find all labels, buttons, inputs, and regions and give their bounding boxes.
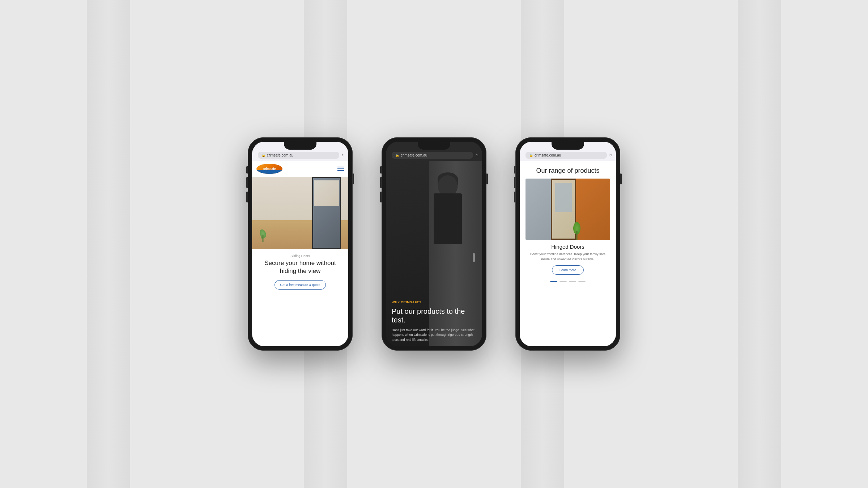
phone-1-screen: 🔒 crimsafe.com.au ↻ crimsafe — [252, 142, 348, 346]
phone-2-power-btn — [486, 174, 488, 184]
phone-1-lock-icon: 🔒 — [261, 154, 265, 157]
main-scene: 🔒 crimsafe.com.au ↻ crimsafe — [0, 0, 868, 488]
phone-3-lock-icon: 🔒 — [529, 154, 533, 157]
phone-3-product-section: Hinged Doors Boost your frontline defenc… — [520, 240, 616, 278]
hamburger-line-3 — [337, 170, 344, 171]
door-glass-panel — [555, 183, 572, 212]
phone-3: 🔒 crimsafe.com.au ↻ Our range of product… — [515, 137, 620, 351]
person-body — [434, 193, 462, 244]
phone-3-vol-up-btn — [514, 177, 515, 188]
pagination-dot-4[interactable] — [578, 281, 586, 282]
phone-3-learn-more-button[interactable]: Learn more — [552, 265, 584, 275]
phone-3-notch — [552, 142, 584, 150]
phone-3-product-image — [526, 179, 610, 240]
phone-1-vol-up-btn — [246, 177, 248, 188]
phone-2-lock-icon: 🔒 — [395, 154, 399, 157]
phone-2-heading: Put our products to the test. — [392, 307, 476, 324]
phone-1-wrapper: 🔒 crimsafe.com.au ↻ crimsafe — [248, 137, 353, 351]
phone-3-product-img-container — [520, 179, 616, 240]
phone-3-refresh-icon[interactable]: ↻ — [609, 153, 612, 158]
hamburger-menu-icon[interactable] — [337, 167, 344, 171]
phone-1-url-bar: 🔒 crimsafe.com.au — [258, 152, 339, 159]
crimsafe-logo[interactable]: crimsafe — [256, 164, 282, 174]
phone-3-url-text: crimsafe.com.au — [535, 153, 561, 157]
pagination-dot-1[interactable] — [550, 281, 557, 282]
phone-2-wrapper: 🔒 crimsafe.com.au ↻ — [382, 137, 486, 351]
pagination-dots — [520, 278, 616, 285]
phone-3-content: Our range of products — [520, 161, 616, 346]
phone-1: 🔒 crimsafe.com.au ↻ crimsafe — [248, 137, 353, 351]
hamburger-line-1 — [337, 167, 344, 167]
why-crimsafe-label: WHY CRIMSAFE? — [392, 300, 476, 304]
phone-1-content: crimsafe — [252, 161, 348, 295]
interior-glimpse — [314, 180, 339, 206]
logo-text: crimsafe — [263, 167, 276, 171]
phone-1-nav: crimsafe — [252, 161, 348, 177]
phone-1-notch — [284, 142, 316, 150]
phone-3-vol-down-btn — [514, 192, 515, 202]
phone-3-product-name: Hinged Doors — [526, 244, 610, 250]
phone-1-hero-image — [252, 177, 348, 249]
phone-2-refresh-icon[interactable]: ↻ — [475, 153, 478, 158]
plant-stem — [263, 235, 264, 242]
phone-2-hero: WHY CRIMSAFE? Put our products to the te… — [386, 161, 482, 346]
phone-1-refresh-icon[interactable]: ↻ — [341, 153, 345, 158]
phone-3-wrapper: 🔒 crimsafe.com.au ↻ Our range of product… — [515, 137, 620, 351]
phone-3-power-btn — [620, 174, 622, 184]
door-interior-scene — [526, 179, 610, 240]
phone-2-vol-up-btn — [380, 177, 382, 188]
phone-1-url-text: crimsafe.com.au — [267, 153, 293, 157]
plant-decoration — [259, 229, 267, 242]
phone-2-vol-down-btn — [380, 192, 382, 202]
phone-1-subtitle: Sliding Doors — [258, 254, 342, 258]
phone-3-url-bar: 🔒 crimsafe.com.au — [526, 152, 607, 159]
phone-2-url-text: crimsafe.com.au — [401, 153, 427, 157]
phone-2: 🔒 crimsafe.com.au ↻ — [382, 137, 486, 351]
phone-1-heading: Secure your home without hiding the view — [258, 259, 342, 275]
phone-2-screen: 🔒 crimsafe.com.au ↻ — [386, 142, 482, 346]
phone-2-overlay: WHY CRIMSAFE? Put our products to the te… — [386, 293, 482, 347]
room-scene — [252, 177, 348, 249]
phone-3-mute-btn — [514, 166, 515, 174]
phone-1-vol-down-btn — [246, 192, 248, 202]
get-quote-button[interactable]: Get a free measure & quote — [275, 280, 326, 290]
pagination-dot-2[interactable] — [559, 281, 567, 282]
interior-plant-stem — [576, 231, 578, 240]
phone-2-url-bar: 🔒 crimsafe.com.au — [392, 152, 473, 159]
phone-1-mute-btn — [246, 166, 248, 174]
pagination-dot-3[interactable] — [569, 281, 576, 282]
phone-1-text-section: Sliding Doors Secure your home without h… — [252, 249, 348, 295]
interior-plant — [573, 222, 580, 240]
phone-2-mute-btn — [380, 166, 382, 174]
door-handle — [473, 253, 475, 262]
person-figure — [424, 175, 471, 277]
phone-3-heading-section: Our range of products — [520, 161, 616, 179]
phone-2-body-text: Don't just take our word for it. You be … — [392, 328, 476, 343]
logo-ellipse: crimsafe — [256, 164, 282, 174]
phone-3-main-heading: Our range of products — [526, 167, 610, 175]
phone-3-product-desc: Boost your frontline defences. Keep your… — [526, 252, 610, 262]
hamburger-line-2 — [337, 168, 344, 169]
hinged-door-frame — [551, 179, 576, 240]
phone-3-screen: 🔒 crimsafe.com.au ↻ Our range of product… — [520, 142, 616, 346]
phone-1-power-btn — [353, 174, 354, 184]
phone-2-notch — [418, 142, 450, 150]
